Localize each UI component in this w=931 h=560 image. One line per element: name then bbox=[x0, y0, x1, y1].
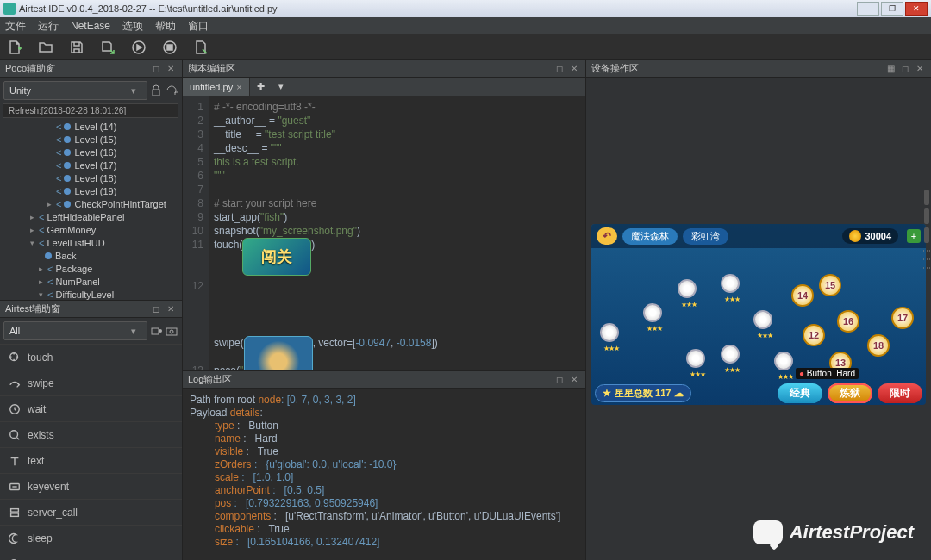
menu-options[interactable]: 选项 bbox=[122, 19, 143, 34]
editor-title: 脚本编辑区 bbox=[188, 62, 235, 75]
action-text[interactable]: text bbox=[0, 447, 182, 473]
tab-close-icon[interactable]: × bbox=[236, 82, 241, 92]
new-file-icon[interactable] bbox=[7, 40, 22, 55]
menu-help[interactable]: 帮助 bbox=[155, 19, 176, 34]
filter-select[interactable]: All ▾ bbox=[3, 321, 147, 340]
add-coins-button[interactable]: + bbox=[907, 229, 921, 243]
log-output[interactable]: Path from root node: [0, 7, 0, 3, 3, 2] … bbox=[183, 389, 585, 560]
action-wait[interactable]: wait bbox=[0, 395, 182, 421]
minimize-button[interactable]: — bbox=[857, 2, 879, 16]
tab-untitled[interactable]: untitled.py × bbox=[183, 78, 250, 96]
tree-row[interactable]: ▾<DifficultyLevel bbox=[2, 288, 180, 300]
action-assert_exists[interactable]: assert_exists bbox=[0, 551, 182, 560]
device-panel-header: 设备操作区 ▦ ◻ ✕ bbox=[586, 60, 931, 78]
tree-row[interactable]: ▸<GemMoney bbox=[2, 223, 180, 236]
svg-point-10 bbox=[10, 430, 18, 438]
hierarchy-tree[interactable]: <Level (14)<Level (15)<Level (16)<Level … bbox=[0, 120, 182, 300]
menu-file[interactable]: 文件 bbox=[5, 19, 26, 34]
save-icon[interactable] bbox=[69, 40, 84, 55]
save-as-icon[interactable] bbox=[100, 40, 116, 55]
level-badge[interactable]: ★★★ bbox=[721, 345, 743, 370]
level-badge-1[interactable]: ★★★ bbox=[600, 323, 622, 349]
airtest-panel-header: Airtest辅助窗 ◻ ✕ bbox=[0, 301, 182, 318]
filter-value: All bbox=[9, 326, 20, 336]
tree-row[interactable]: ▾<LevelListHUD bbox=[2, 236, 180, 249]
difficulty-simple[interactable]: 经典 bbox=[778, 383, 822, 403]
tree-row[interactable]: <Level (16) bbox=[2, 146, 180, 159]
difficulty-hard[interactable]: 炼狱 bbox=[828, 383, 872, 403]
menu-window[interactable]: 窗口 bbox=[188, 19, 209, 34]
svg-rect-13 bbox=[11, 513, 19, 516]
action-touch[interactable]: touch bbox=[0, 344, 182, 370]
add-tab-button[interactable]: ✚ bbox=[250, 81, 272, 92]
tree-row[interactable]: ▸<NumPanel bbox=[2, 275, 180, 288]
level-badge[interactable]: ★★★ bbox=[721, 274, 743, 300]
world-tab-1[interactable]: 魔法森林 bbox=[622, 228, 678, 245]
back-button[interactable]: ↶ bbox=[597, 227, 617, 245]
maximize-button[interactable]: ❐ bbox=[881, 2, 903, 16]
panel-close-icon[interactable]: ✕ bbox=[568, 63, 580, 75]
driver-select[interactable]: Unity ▾ bbox=[3, 81, 147, 100]
panel-close-icon[interactable]: ✕ bbox=[568, 374, 580, 386]
level-badge[interactable]: ★★★ bbox=[643, 303, 665, 329]
float-icon[interactable]: ◻ bbox=[150, 63, 162, 75]
action-swipe[interactable]: swipe bbox=[0, 370, 182, 395]
difficulty-superhard[interactable]: 限时 bbox=[878, 383, 922, 403]
tree-row[interactable]: Back bbox=[2, 249, 180, 262]
tree-row[interactable]: <Level (18) bbox=[2, 171, 180, 184]
level-badge[interactable]: ★★★ bbox=[686, 349, 709, 375]
menu-run[interactable]: 运行 bbox=[38, 19, 59, 34]
level-badge[interactable]: ★★★ bbox=[678, 279, 700, 305]
chevron-down-icon: ▾ bbox=[131, 326, 136, 337]
refresh-icon[interactable] bbox=[165, 84, 178, 97]
close-button[interactable]: ✕ bbox=[905, 2, 928, 16]
level-badge[interactable]: ★★★ bbox=[774, 352, 797, 377]
tree-row[interactable]: ▸<Package bbox=[2, 262, 180, 275]
code-body[interactable]: # -*- encoding=utf8 -*- __author__ = "gu… bbox=[209, 96, 585, 370]
game-screen[interactable]: ↶ 魔法森林 彩虹湾 30004 + ★★★ ★★★ ★★★ ★★★ ★★★ ★… bbox=[591, 224, 926, 405]
code-editor[interactable]: 12345678910 11 12 1314151617 # -*- encod… bbox=[183, 96, 585, 370]
action-server_call[interactable]: server_call bbox=[0, 499, 182, 525]
float-icon[interactable]: ◻ bbox=[899, 63, 911, 75]
level-node-15[interactable]: 15 bbox=[819, 274, 841, 296]
level-badge[interactable]: ★★★ bbox=[753, 310, 776, 336]
float-icon[interactable]: ◻ bbox=[553, 374, 565, 386]
line-gutter: 12345678910 11 12 1314151617 bbox=[183, 96, 209, 370]
window-title: Airtest IDE v0.0.4_2018-02-27 -- E:\test… bbox=[19, 3, 278, 14]
camera-icon[interactable] bbox=[165, 324, 178, 338]
tree-row[interactable]: ▸<LeftHideablePanel bbox=[2, 210, 180, 223]
tab-menu-icon[interactable]: ▾ bbox=[272, 81, 291, 92]
device-side-controls[interactable]: ⋮⋮⋮ bbox=[922, 190, 931, 379]
menu-netease[interactable]: NetEase bbox=[71, 20, 110, 32]
level-node-12[interactable]: 12 bbox=[803, 324, 825, 346]
panel-close-icon[interactable]: ✕ bbox=[165, 63, 177, 75]
action-exists[interactable]: exists bbox=[0, 421, 182, 447]
float-icon[interactable]: ◻ bbox=[553, 63, 565, 75]
grid-icon[interactable]: ▦ bbox=[884, 63, 897, 75]
record-icon[interactable] bbox=[149, 324, 163, 338]
tree-row[interactable]: <Level (14) bbox=[2, 120, 180, 133]
panel-close-icon[interactable]: ✕ bbox=[165, 303, 177, 315]
action-sleep[interactable]: sleep bbox=[0, 525, 182, 551]
world-tab-2[interactable]: 彩虹湾 bbox=[683, 228, 728, 245]
level-node-18[interactable]: 18 bbox=[867, 334, 890, 357]
level-node-14[interactable]: 14 bbox=[791, 284, 814, 307]
level-node-17[interactable]: 17 bbox=[891, 307, 914, 329]
open-folder-icon[interactable] bbox=[38, 40, 53, 55]
level-node-16[interactable]: 16 bbox=[837, 310, 859, 333]
tree-row[interactable]: <Level (19) bbox=[2, 184, 180, 197]
watermark: AirtestProject bbox=[753, 520, 914, 544]
svg-point-5 bbox=[159, 329, 162, 333]
tree-row[interactable]: <Level (15) bbox=[2, 133, 180, 146]
stop-icon[interactable] bbox=[162, 40, 178, 55]
tree-row[interactable]: <Level (17) bbox=[2, 159, 180, 171]
star-total: ★ 星星总数 117 ☁ bbox=[595, 384, 691, 402]
run-icon[interactable] bbox=[131, 40, 147, 55]
float-icon[interactable]: ◻ bbox=[150, 303, 162, 315]
menubar: 文件 运行 NetEase 选项 帮助 窗口 bbox=[0, 17, 931, 34]
lock-icon[interactable] bbox=[149, 84, 163, 97]
panel-close-icon[interactable]: ✕ bbox=[914, 63, 926, 75]
report-icon[interactable] bbox=[193, 40, 209, 55]
action-keyevent[interactable]: keyevent bbox=[0, 473, 182, 499]
tree-row[interactable]: ▸<CheckPointHintTarget bbox=[2, 197, 180, 210]
